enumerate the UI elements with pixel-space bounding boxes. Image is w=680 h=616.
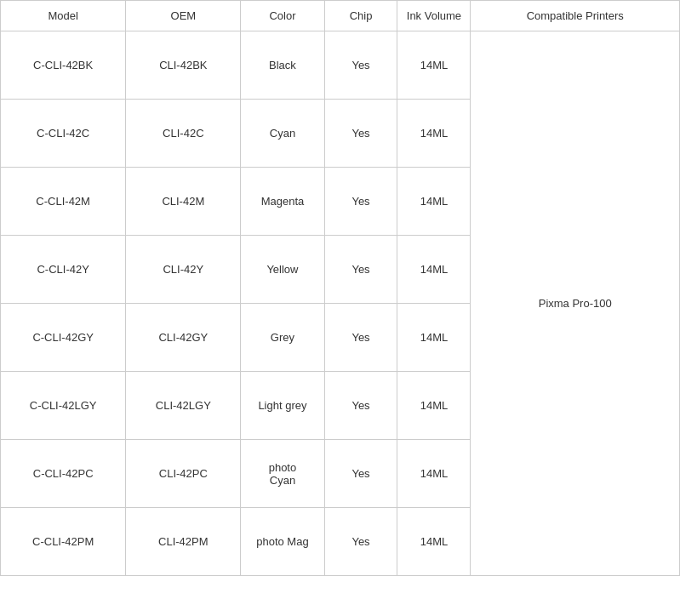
cell-color: Cyan	[241, 100, 324, 168]
cell-oem: CLI-42BK	[126, 31, 241, 100]
cell-color: Yellow	[241, 236, 324, 304]
cell-model: C-CLI-42BK	[1, 31, 126, 100]
cell-ink-volume: 14ML	[397, 304, 471, 372]
cell-color: Magenta	[241, 168, 324, 236]
cell-chip: Yes	[324, 304, 397, 372]
cell-oem: CLI-42PM	[126, 508, 241, 576]
cell-model: C-CLI-42LGY	[1, 372, 126, 440]
cell-model: C-CLI-42Y	[1, 236, 126, 304]
cell-oem: CLI-42LGY	[126, 372, 241, 440]
cell-ink-volume: 14ML	[397, 168, 471, 236]
cell-chip: Yes	[324, 372, 397, 440]
cell-oem: CLI-42Y	[126, 236, 241, 304]
cell-chip: Yes	[324, 100, 397, 168]
header-model: Model	[1, 1, 126, 31]
cell-model: C-CLI-42GY	[1, 304, 126, 372]
cell-model: C-CLI-42PM	[1, 508, 126, 576]
cell-chip: Yes	[324, 440, 397, 508]
cell-ink-volume: 14ML	[397, 508, 471, 576]
cell-chip: Yes	[324, 508, 397, 576]
cell-chip: Yes	[324, 168, 397, 236]
cell-ink-volume: 14ML	[397, 372, 471, 440]
header-color: Color	[241, 1, 324, 31]
header-chip: Chip	[324, 1, 397, 31]
cell-color: photo Mag	[241, 508, 324, 576]
product-table: Model OEM Color Chip Ink Volume Compatib…	[0, 0, 680, 576]
cell-ink-volume: 14ML	[397, 440, 471, 508]
cell-model: C-CLI-42M	[1, 168, 126, 236]
cell-oem: CLI-42M	[126, 168, 241, 236]
table-row: C-CLI-42BKCLI-42BKBlackYes14MLPixma Pro-…	[1, 31, 680, 100]
cell-chip: Yes	[324, 31, 397, 100]
header-ink-volume: Ink Volume	[397, 1, 471, 31]
cell-color: Grey	[241, 304, 324, 372]
cell-color: Black	[241, 31, 324, 100]
cell-model: C-CLI-42PC	[1, 440, 126, 508]
cell-ink-volume: 14ML	[397, 31, 471, 100]
cell-ink-volume: 14ML	[397, 236, 471, 304]
cell-oem: CLI-42C	[126, 100, 241, 168]
cell-chip: Yes	[324, 236, 397, 304]
header-compatible-printers: Compatible Printers	[471, 1, 680, 31]
header-oem: OEM	[126, 1, 241, 31]
cell-color: Light grey	[241, 372, 324, 440]
cell-ink-volume: 14ML	[397, 100, 471, 168]
cell-oem: CLI-42PC	[126, 440, 241, 508]
cell-compatible-printers: Pixma Pro-100	[471, 31, 680, 576]
cell-color: photoCyan	[241, 440, 324, 508]
cell-oem: CLI-42GY	[126, 304, 241, 372]
cell-model: C-CLI-42C	[1, 100, 126, 168]
